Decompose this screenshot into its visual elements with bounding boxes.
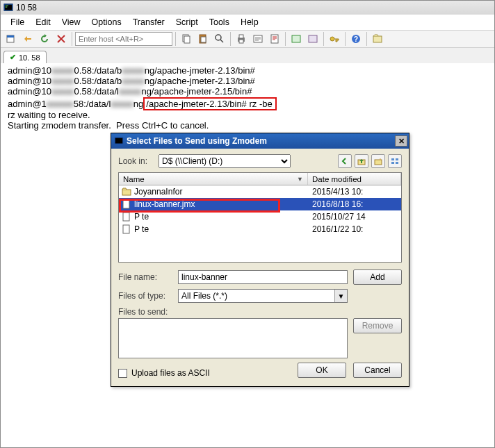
- separator: [72, 32, 72, 46]
- session-tab[interactable]: ✔ 10. 58: [3, 51, 47, 63]
- host-input[interactable]: [75, 32, 172, 46]
- svg-rect-13: [271, 35, 278, 43]
- find-icon[interactable]: [212, 31, 227, 47]
- up-folder-icon[interactable]: [355, 154, 368, 168]
- menu-help[interactable]: Help: [236, 16, 263, 28]
- file-name: P te: [134, 224, 149, 234]
- sftp-icon[interactable]: [370, 31, 385, 47]
- svg-text:?: ?: [354, 35, 358, 43]
- svg-rect-5: [184, 36, 190, 43]
- svg-rect-31: [123, 225, 129, 233]
- menu-tools[interactable]: Tools: [205, 16, 234, 28]
- cancel-button[interactable]: Cancel: [353, 363, 402, 378]
- view-menu-icon[interactable]: [388, 154, 402, 168]
- global-opts-icon[interactable]: [305, 31, 320, 47]
- file-name: linux-banner.jmx: [134, 199, 195, 209]
- col-header-name[interactable]: Name▼: [119, 173, 308, 185]
- disconnect-icon[interactable]: [54, 31, 69, 47]
- file-type-label: Files of type:: [118, 291, 172, 301]
- separator: [285, 32, 286, 46]
- svg-rect-19: [373, 36, 382, 42]
- svg-rect-11: [239, 40, 243, 43]
- file-row[interactable]: JoyannaInfor 2015/4/13 10:: [119, 185, 401, 198]
- menu-edit[interactable]: Edit: [31, 16, 55, 28]
- reconnect-icon[interactable]: [37, 31, 52, 47]
- file-name-input[interactable]: [178, 270, 348, 284]
- connected-icon: ✔: [10, 53, 16, 62]
- file-row[interactable]: linux-banner.jmx 2016/8/18 16:: [119, 198, 401, 210]
- new-folder-icon[interactable]: [371, 154, 385, 168]
- svg-point-16: [330, 37, 334, 41]
- session-opts-icon[interactable]: [289, 31, 304, 47]
- command-highlight: /apache-jmeter-2.13/bin# rz -be: [143, 97, 276, 110]
- ascii-checkbox[interactable]: [118, 369, 127, 378]
- file-row[interactable]: P te 2015/10/27 14: [119, 210, 401, 223]
- look-in-label: Look in:: [118, 156, 153, 166]
- dialog-icon: [114, 136, 124, 146]
- separator: [345, 32, 346, 46]
- remove-button[interactable]: Remove: [353, 318, 402, 333]
- log-icon[interactable]: [267, 31, 282, 47]
- terminal-icon: [3, 3, 13, 13]
- dialog-titlebar[interactable]: Select Files to Send using Zmodem ✕: [111, 133, 409, 149]
- svg-rect-23: [375, 160, 382, 165]
- svg-point-8: [216, 35, 221, 40]
- separator: [323, 32, 324, 46]
- file-list[interactable]: Name▼ Date modified JoyannaInfor 2015/4/…: [118, 172, 402, 263]
- help-icon[interactable]: ?: [348, 31, 364, 47]
- look-in-select[interactable]: D$ (\\Client) (D:): [159, 154, 291, 168]
- zmodem-dialog: Select Files to Send using Zmodem ✕ Look…: [111, 133, 409, 387]
- svg-rect-10: [239, 35, 243, 38]
- menu-options[interactable]: Options: [88, 16, 126, 28]
- back-icon[interactable]: [338, 154, 352, 168]
- files-to-send-list[interactable]: [118, 318, 348, 358]
- dialog-title: Select Files to Send using Zmodem: [127, 136, 267, 146]
- paste-icon[interactable]: [195, 31, 211, 47]
- svg-rect-24: [391, 158, 394, 160]
- properties-icon[interactable]: [250, 31, 266, 47]
- svg-rect-29: [123, 200, 129, 208]
- menu-view[interactable]: View: [58, 16, 85, 28]
- svg-rect-14: [292, 35, 300, 42]
- file-name: P te: [134, 212, 149, 222]
- file-row[interactable]: P te 2016/1/22 10:: [119, 223, 401, 235]
- file-date: 2015/10/27 14: [308, 212, 401, 222]
- ok-button[interactable]: OK: [298, 363, 346, 378]
- look-in-row: Look in: D$ (\\Client) (D:): [118, 154, 402, 168]
- file-type-select[interactable]: All Files (*.*)▼: [178, 289, 348, 303]
- separator: [230, 32, 231, 46]
- file-date: 2015/4/13 10:: [308, 187, 401, 197]
- separator: [175, 32, 176, 46]
- terminal[interactable]: admin@10xxxxx0.58:/data/bxxxxxng/apache-…: [1, 63, 494, 138]
- folder-icon: [122, 187, 131, 197]
- close-icon[interactable]: ✕: [395, 135, 407, 147]
- window-title: 10 58: [16, 3, 37, 13]
- print-icon[interactable]: [234, 31, 249, 47]
- file-name-label: File name:: [118, 272, 172, 282]
- quick-connect-icon[interactable]: [20, 31, 35, 47]
- menu-script[interactable]: Script: [172, 16, 202, 28]
- file-type-row: Files of type: All Files (*.*)▼: [118, 289, 402, 303]
- sort-icon: ▼: [297, 176, 303, 183]
- menu-transfer[interactable]: Transfer: [129, 16, 169, 28]
- svg-rect-30: [123, 213, 129, 221]
- files-to-send-row: Files to send:: [118, 307, 402, 317]
- chevron-down-icon: ▼: [334, 290, 347, 302]
- menu-file[interactable]: File: [6, 16, 29, 28]
- svg-rect-26: [391, 162, 394, 164]
- col-header-date[interactable]: Date modified: [308, 173, 401, 185]
- key-icon[interactable]: [327, 31, 342, 47]
- copy-icon[interactable]: [179, 31, 194, 47]
- tab-strip: ✔ 10. 58: [1, 48, 494, 63]
- dialog-body: Look in: D$ (\\Client) (D:) Name▼ Date m…: [111, 149, 409, 386]
- new-session-icon[interactable]: [3, 31, 19, 47]
- file-name-row: File name: Add: [118, 269, 402, 285]
- add-button[interactable]: Add: [353, 269, 402, 285]
- toolbar: ?: [1, 30, 494, 48]
- svg-rect-21: [115, 138, 123, 144]
- ascii-label: Upload files as ASCII: [131, 368, 210, 378]
- file-icon: [122, 199, 131, 209]
- svg-rect-15: [309, 35, 317, 42]
- file-icon: [122, 212, 131, 222]
- app-window: 10 58 File Edit View Options Transfer Sc…: [0, 0, 495, 448]
